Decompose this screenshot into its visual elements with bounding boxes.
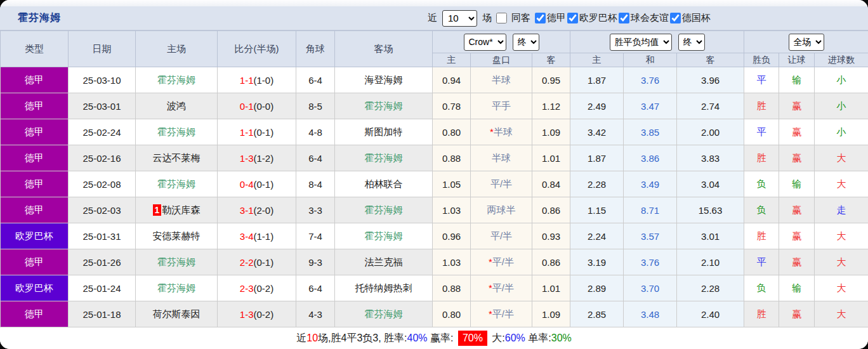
near-label: 近 [428,12,437,24]
league-checkbox-label: 欧罗巴杯 [579,12,617,24]
handicap-result-cell: 赢 [779,249,815,275]
league-checkbox-2[interactable] [619,13,629,23]
goals-cell: 大 [815,171,868,197]
result-cell: 平 [744,249,779,275]
goals-cell: 小 [815,67,868,93]
home-team-cell: 霍芬海姆 [136,67,218,93]
date-cell: 25-01-24 [69,275,136,301]
europe-away-odds-cell: 3.04 [677,171,744,197]
corners-cell: 4-8 [296,119,335,145]
handicap-cell: 半球 [471,67,532,93]
asia-home-odds-cell: 0.80 [433,301,471,327]
europe-away-odds-cell: 3.83 [677,145,744,171]
result-goals-header: 进球数 [815,53,868,67]
match-row: 德甲25-03-01波鸿0-1(0-0)8-5霍芬海姆0.78平手1.122.4… [1,93,868,119]
date-cell: 25-03-10 [69,67,136,93]
handicap-cell: *平/半 [471,301,532,327]
europe-draw-odds-cell: 3.70 [624,275,677,301]
asia-away-odds-cell: 0.84 [532,171,570,197]
league-filter-group: 德甲欧罗巴杯球会友谊德国杯 [534,12,711,24]
score-cell: 2-2(0-1) [218,249,296,275]
home-team-cell: 霍芬海姆 [136,249,218,275]
match-row: 德甲25-01-26霍芬海姆2-2(0-1)9-3法兰克福1.03*平/半0.8… [1,249,868,275]
away-team-cell: 托特纳姆热刺 [335,275,433,301]
match-row: 德甲25-01-18荷尔斯泰因1-3(0-2)4-3霍芬海姆0.80*平/半1.… [1,301,868,327]
handicap-result-cell: 输 [779,67,815,93]
match-count-select[interactable]: 10 [442,10,477,27]
goals-cell: 大 [815,223,868,249]
europe-home-odds-cell: 1.87 [570,145,624,171]
corners-cell: 6-4 [296,67,335,93]
summary-segment: 近 [296,332,306,345]
league-checkbox-0[interactable] [535,13,546,23]
corners-cell: 9-3 [296,249,335,275]
league-cell: 欧罗巴杯 [1,223,69,249]
home-team-cell: 安德莱赫特 [136,223,218,249]
europe-avg-select[interactable]: 胜平负均值 [610,34,672,51]
europe-away-header: 客 [677,53,744,67]
result-cell: 胜 [744,145,779,171]
asia-away-odds-cell: 1.09 [532,301,570,327]
europe-draw-odds-cell: 3.86 [624,145,677,171]
result-cell: 胜 [744,301,779,327]
home-team-cell: 霍芬海姆 [136,171,218,197]
handicap-cell: *平/半 [471,275,532,301]
europe-away-odds-cell: 2.00 [677,119,744,145]
europe-draw-odds-cell: 3.57 [624,223,677,249]
europe-away-odds-cell: 2.40 [677,301,744,327]
europe-away-odds-cell: 2.28 [677,275,744,301]
league-cell: 德甲 [1,145,69,171]
league-cell: 德甲 [1,301,69,327]
europe-home-odds-cell: 1.15 [570,197,624,223]
away-team-cell: 海登海姆 [335,67,433,93]
summary-segment: 70% [458,331,487,346]
score-cell: 1-1(1-0) [218,67,296,93]
date-cell: 25-01-18 [69,301,136,327]
corners-cell: 3-3 [296,197,335,223]
league-cell: 德甲 [1,197,69,223]
result-cell: 胜 [744,223,779,249]
summary-bar: 近10场,胜4平3负3, 胜率:40% 赢率: 70% 大:60% 单率:30% [0,327,868,349]
league-checkbox-label: 球会友谊 [631,12,669,24]
league-checkbox-1[interactable] [567,13,578,23]
asia-away-odds-cell: 0.86 [532,249,570,275]
league-checkbox-label: 德甲 [547,12,566,24]
league-checkbox-3[interactable] [670,13,681,23]
asia-away-odds-cell: 0.86 [532,197,570,223]
goals-cell: 小 [815,93,868,119]
league-cell: 德甲 [1,171,69,197]
date-cell: 25-02-03 [69,197,136,223]
date-cell: 25-03-01 [69,93,136,119]
asia-home-odds-cell: 1.03 [433,249,471,275]
goals-cell: 小 [815,119,868,145]
away-team-cell: 霍芬海姆 [335,93,433,119]
scope-select[interactable]: 全场 [789,34,824,51]
odds-company-select[interactable]: Crow* [464,34,506,51]
score-cell: 0-4(0-1) [218,171,296,197]
goals-cell: 走 [815,197,868,223]
corners-cell: 8-4 [296,171,335,197]
asia-away-odds-cell: 1.01 [532,275,570,301]
europe-away-odds-cell: 2.10 [677,249,744,275]
asia-home-odds-cell: 0.80 [433,119,471,145]
col-header-away: 客场 [335,31,433,67]
europe-draw-odds-cell: 3.76 [624,67,677,93]
result-cell: 平 [744,119,779,145]
matches-table: 类型 日期 主场 比分(半场) 角球 客场 Crow* 终 胜平负均值 [0,30,868,327]
same-opponent-checkbox[interactable] [496,13,507,23]
odds-home-header: 主 [433,53,471,67]
odds-final-select[interactable]: 终 [513,34,539,51]
away-team-cell: 斯图加特 [335,119,433,145]
score-cell: 3-1(2-0) [218,197,296,223]
handicap-cell: *平/半 [471,249,532,275]
odds-away-header: 客 [532,53,570,67]
europe-draw-odds-cell: 3.76 [624,249,677,275]
home-team-cell: 云达不莱梅 [136,145,218,171]
home-team-cell: 1勒沃库森 [136,197,218,223]
europe-home-odds-cell: 2.28 [570,171,624,197]
europe-draw-header: 和 [624,53,677,67]
europe-final-select[interactable]: 终 [678,34,705,51]
summary-segment: 赢率: [428,332,456,345]
match-row: 德甲25-02-24霍芬海姆1-1(0-1)4-8斯图加特0.80*半球1.09… [1,119,868,145]
home-rank-badge: 1 [153,204,162,216]
